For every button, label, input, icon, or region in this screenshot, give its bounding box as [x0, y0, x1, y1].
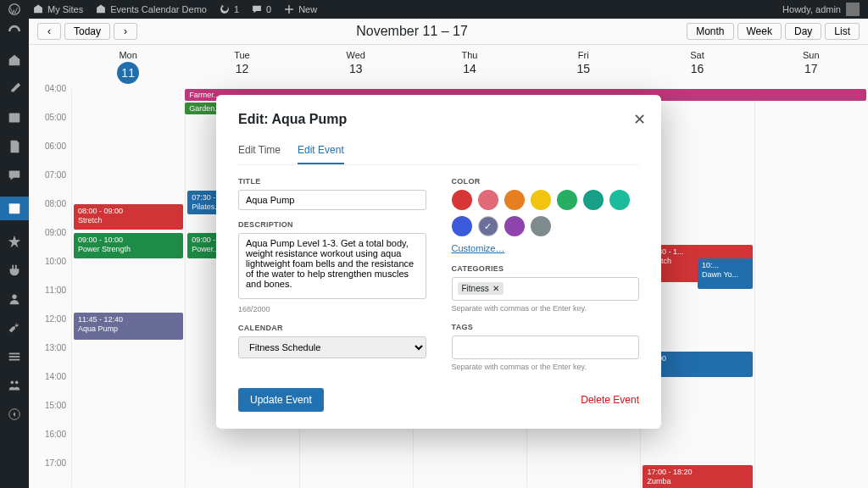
categories-input[interactable]: Fitness✕: [452, 277, 640, 301]
title-input[interactable]: [238, 190, 426, 210]
calendar-select[interactable]: Fitness Schedule: [238, 336, 426, 358]
edit-event-modal: ✕ Edit: Aqua Pump Edit Time Edit Event T…: [216, 95, 661, 429]
modal-heading: Edit: Aqua Pump: [238, 112, 639, 127]
close-icon[interactable]: ✕: [633, 110, 646, 129]
categories-hint: Separate with commas or the Enter key.: [452, 304, 640, 313]
chip-remove-icon[interactable]: ✕: [492, 284, 499, 293]
delete-event-button[interactable]: Delete Event: [581, 394, 639, 406]
label-color: COLOR: [452, 177, 640, 186]
char-count: 168/2000: [238, 305, 426, 313]
tags-hint: Separate with commas or the Enter key.: [452, 363, 640, 371]
color-swatch[interactable]: [504, 216, 525, 236]
label-calendar: CALENDAR: [238, 324, 426, 332]
color-swatch[interactable]: [452, 190, 472, 210]
color-swatch[interactable]: [531, 190, 551, 210]
customize-link[interactable]: Customize…: [452, 243, 505, 253]
label-categories: CATEGORIES: [452, 264, 640, 273]
label-tags: TAGS: [452, 323, 640, 331]
color-swatch[interactable]: [609, 190, 630, 210]
label-description: DESCRIPTION: [238, 220, 426, 229]
label-title: TITLE: [238, 177, 426, 186]
update-event-button[interactable]: Update Event: [238, 388, 324, 412]
color-swatch[interactable]: [452, 216, 472, 236]
tab-edit-event[interactable]: Edit Event: [298, 141, 344, 164]
tags-input[interactable]: [452, 336, 640, 359]
color-swatch[interactable]: [583, 190, 604, 210]
category-chip: Fitness✕: [458, 282, 504, 295]
color-swatches: [452, 190, 640, 236]
color-swatch[interactable]: [478, 190, 498, 210]
description-textarea[interactable]: [238, 233, 426, 299]
color-swatch[interactable]: [478, 216, 498, 236]
color-swatch[interactable]: [557, 190, 577, 210]
tab-edit-time[interactable]: Edit Time: [238, 141, 281, 164]
color-swatch[interactable]: [531, 216, 551, 236]
color-swatch[interactable]: [504, 190, 525, 210]
